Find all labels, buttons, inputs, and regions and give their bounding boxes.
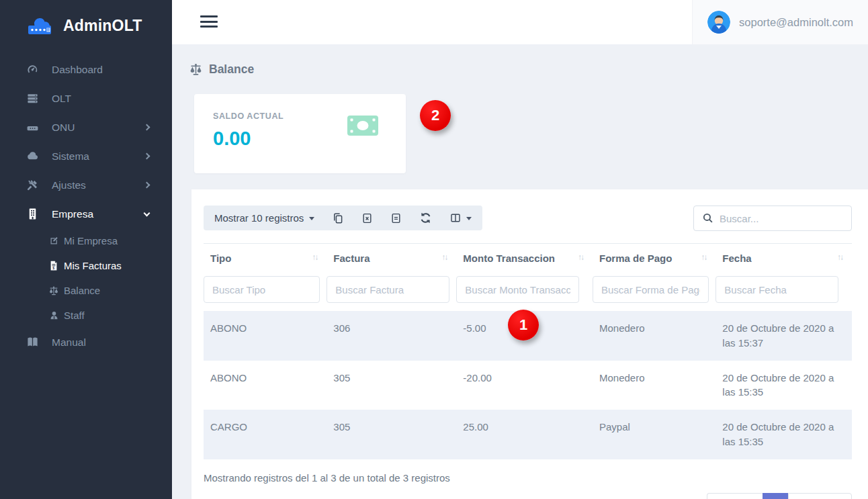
- caret-down-icon: [466, 217, 472, 220]
- page-length-label: Mostrar 10 registros: [214, 212, 304, 224]
- sidebar-item-label: Ajustes: [52, 179, 144, 191]
- caret-down-icon: [309, 217, 314, 220]
- annotation-badge-1: 1: [508, 310, 539, 341]
- sidebar-subitem-label: Mi Empresa: [64, 235, 118, 246]
- sidebar-item-sistema[interactable]: Sistema: [0, 142, 172, 171]
- cell-tipo: CARGO: [204, 410, 327, 459]
- table-info-text: Mostrando registros del 1 al 3 de un tot…: [204, 472, 852, 484]
- column-visibility-button[interactable]: [449, 212, 472, 224]
- chevron-right-icon: [144, 182, 150, 189]
- datatable-search: [693, 206, 852, 231]
- filter-forma-de-pago-input[interactable]: [593, 276, 709, 303]
- table-row[interactable]: ABONO 305 -20.00 Monedero 20 de Octubre …: [204, 361, 852, 410]
- datatable-toolbar: Mostrar 10 registros: [204, 206, 852, 231]
- table-header-row: ↑↓Tipo ↑↓Factura ↑↓Monto Transaccion ↑↓F…: [204, 244, 852, 273]
- cell-monto: 25.00: [456, 410, 593, 459]
- export-file-button[interactable]: [390, 212, 402, 224]
- modem-icon: [26, 121, 39, 134]
- refresh-button[interactable]: [419, 212, 432, 224]
- invoice-icon: $: [48, 261, 59, 271]
- sidebar-subitem-label: Balance: [64, 285, 100, 296]
- saldo-actual-card: SALDO ACTUAL 0.00: [194, 94, 406, 173]
- sidebar-subitem-staff[interactable]: Staff: [0, 303, 172, 328]
- sidebar-nav: Dashboard OLT ONU Sistema: [0, 55, 172, 357]
- column-header-monto-transaccion[interactable]: ↑↓Monto Transaccion: [456, 244, 593, 273]
- pagination-previous-button[interactable]: Anterior: [707, 493, 763, 499]
- search-icon: [702, 212, 713, 224]
- page-title: Balance: [189, 62, 254, 77]
- sort-icon: ↑↓: [578, 253, 586, 262]
- cell-monto: -20.00: [456, 361, 593, 410]
- sidebar-item-ajustes[interactable]: Ajustes: [0, 171, 172, 199]
- sidebar: AdminOLT Dashboard OLT ONU: [0, 0, 172, 499]
- page-title-text: Balance: [209, 62, 254, 77]
- brand[interactable]: AdminOLT: [0, 0, 172, 40]
- transactions-panel: Mostrar 10 registros: [191, 189, 868, 499]
- chevron-down-icon: [144, 210, 150, 216]
- cell-tipo: ABONO: [204, 311, 327, 361]
- page-content: Balance SALDO ACTUAL 0.00 2 1: [172, 44, 868, 499]
- page-length-dropdown[interactable]: Mostrar 10 registros: [214, 212, 314, 224]
- hamburger-menu-button[interactable]: [200, 15, 218, 31]
- search-input[interactable]: [693, 206, 852, 231]
- sidebar-item-olt[interactable]: OLT: [0, 84, 172, 113]
- cell-fecha: 20 de Octubre de 2020 a las 15:35: [715, 361, 852, 410]
- cell-forma-de-pago: Paypal: [593, 410, 715, 459]
- sidebar-subitem-balance[interactable]: Balance: [0, 278, 172, 303]
- user-avatar: [707, 11, 730, 34]
- sidebar-item-empresa[interactable]: Empresa: [0, 199, 172, 228]
- sort-icon: ↑↓: [701, 253, 709, 262]
- filter-monto-input[interactable]: [456, 276, 579, 303]
- pagination-page-1-button[interactable]: 1: [763, 493, 788, 499]
- sidebar-item-dashboard[interactable]: Dashboard: [0, 55, 172, 84]
- column-header-tipo[interactable]: ↑↓Tipo: [204, 244, 327, 273]
- copy-button[interactable]: [332, 212, 344, 224]
- tools-icon: [26, 179, 39, 192]
- filter-factura-input[interactable]: [327, 276, 449, 303]
- cell-fecha: 20 de Octubre de 2020 a las 15:35: [715, 410, 852, 459]
- sidebar-subitem-label: Staff: [64, 310, 85, 321]
- book-icon: [26, 336, 39, 349]
- table-row[interactable]: CARGO 305 25.00 Paypal 20 de Octubre de …: [204, 410, 852, 459]
- cell-factura: 305: [327, 361, 456, 410]
- sidebar-item-label: OLT: [52, 93, 149, 105]
- sidebar-item-label: ONU: [52, 122, 144, 134]
- gauge-icon: [26, 63, 39, 77]
- transactions-table: ↑↓Tipo ↑↓Factura ↑↓Monto Transaccion ↑↓F…: [204, 243, 852, 459]
- svg-text:$: $: [52, 266, 54, 270]
- sidebar-item-label: Manual: [52, 336, 149, 349]
- sidebar-item-onu[interactable]: ONU: [0, 113, 172, 142]
- cell-forma-de-pago: Monedero: [593, 311, 715, 361]
- empresa-submenu: Mi Empresa $ Mis Facturas Balance: [0, 228, 172, 328]
- app-screen: AdminOLT Dashboard OLT ONU: [0, 0, 868, 499]
- sidebar-subitem-label: Mis Facturas: [64, 260, 122, 271]
- sidebar-subitem-mis-facturas[interactable]: $ Mis Facturas: [0, 253, 172, 278]
- money-bill-icon: [347, 114, 379, 137]
- chevron-right-icon: [144, 153, 150, 160]
- datatable-buttons: Mostrar 10 registros: [204, 206, 482, 230]
- scales-icon: [48, 285, 59, 296]
- column-header-fecha[interactable]: ↑↓Fecha: [715, 244, 852, 273]
- edit-square-icon: [48, 236, 59, 246]
- sidebar-item-manual[interactable]: Manual: [0, 328, 172, 357]
- pagination: Anterior 1 Siguiente: [204, 493, 852, 499]
- cell-factura: 306: [327, 311, 456, 361]
- pagination-next-button[interactable]: Siguiente: [788, 493, 852, 499]
- filter-fecha-input[interactable]: [715, 276, 838, 303]
- column-header-factura[interactable]: ↑↓Factura: [327, 244, 456, 273]
- export-excel-button[interactable]: [361, 212, 373, 224]
- sidebar-subitem-mi-empresa[interactable]: Mi Empresa: [0, 228, 172, 253]
- cell-forma-de-pago: Monedero: [593, 361, 715, 410]
- sidebar-item-label: Dashboard: [52, 64, 149, 76]
- sort-icon: ↑↓: [441, 253, 449, 262]
- column-header-forma-de-pago[interactable]: ↑↓Forma de Pago: [593, 244, 715, 273]
- cloud-switch-logo-icon: [26, 13, 56, 38]
- person-icon: [48, 310, 59, 321]
- annotation-badge-2: 2: [420, 100, 451, 131]
- filter-tipo-input[interactable]: [204, 276, 320, 303]
- cell-factura: 305: [327, 410, 456, 459]
- sort-icon: ↑↓: [312, 253, 320, 262]
- user-email: soporte@adminolt.com: [739, 16, 853, 29]
- sidebar-item-label: Empresa: [52, 208, 144, 220]
- user-menu[interactable]: soporte@adminolt.com: [692, 0, 868, 44]
